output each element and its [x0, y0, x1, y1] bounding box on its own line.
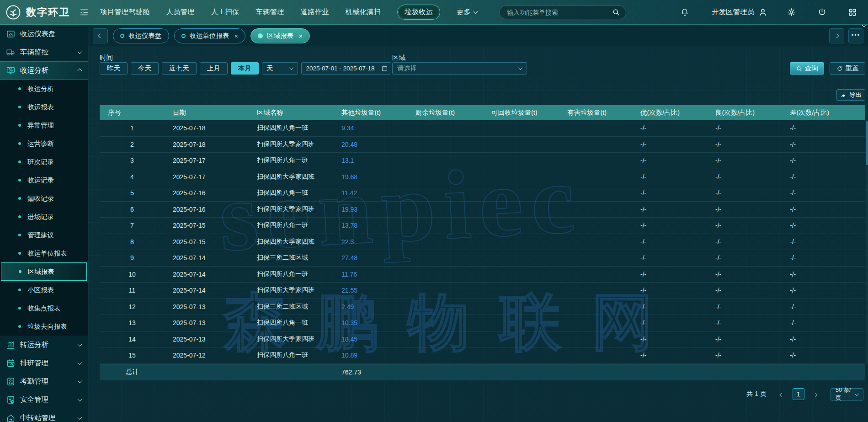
- tab-scroll-right-button[interactable]: [829, 28, 844, 43]
- power-icon[interactable]: [807, 7, 837, 17]
- tab[interactable]: 收运仪表盘: [113, 28, 169, 43]
- submenu-item[interactable]: 异常管理: [0, 116, 88, 134]
- submenu-item[interactable]: 班次记录: [0, 153, 88, 171]
- quick-range-button[interactable]: 今天: [131, 62, 159, 75]
- dashboard-icon: [6, 29, 16, 39]
- submenu-item[interactable]: 进场记录: [0, 208, 88, 226]
- topbar-right: 开发区管理员: [670, 7, 863, 17]
- bullet-dot-icon: [18, 325, 21, 328]
- cell-poor: -/-: [782, 352, 865, 359]
- query-button[interactable]: 查询: [790, 62, 824, 75]
- cell-other-waste: 19.68: [333, 173, 407, 181]
- refresh-icon: [836, 65, 843, 72]
- submenu-item[interactable]: 收运单位报表: [0, 244, 88, 262]
- granularity-select[interactable]: 天: [262, 62, 298, 75]
- nav-item[interactable]: 项目管理驾驶舱: [100, 7, 150, 17]
- sidebar-item-transfer-station[interactable]: 中转站管理: [0, 409, 88, 422]
- scrollbar-thumb[interactable]: [866, 121, 868, 165]
- sidebar-item-safety-management[interactable]: 安全管理: [0, 390, 88, 409]
- cell-date: 2025-07-16: [165, 189, 249, 197]
- sidebar-item-transfer-analysis[interactable]: 转运分析: [0, 336, 88, 354]
- tab-close-icon[interactable]: ×: [298, 32, 303, 39]
- quick-range-button[interactable]: 近七天: [162, 62, 197, 75]
- menu-fold-icon[interactable]: [79, 7, 89, 17]
- submenu-item[interactable]: 运营诊断: [0, 134, 88, 153]
- reset-button[interactable]: 重置: [830, 62, 865, 75]
- sidebar-item-dashboard[interactable]: 收运仪表盘: [0, 25, 88, 43]
- nav-item[interactable]: 更多: [457, 7, 477, 17]
- sidebar-item-shift-management[interactable]: 排班管理: [0, 354, 88, 372]
- cell-excellent: -/-: [632, 124, 707, 132]
- nav-item[interactable]: 机械化清扫: [346, 7, 381, 17]
- cell-other-waste: 21.55: [333, 287, 407, 294]
- cell-region: 扫保四所八角一班: [249, 189, 333, 197]
- export-button[interactable]: 导出: [836, 89, 865, 101]
- submenu-item[interactable]: 区域报表: [1, 262, 87, 281]
- user-menu[interactable]: 开发区管理员: [700, 7, 776, 17]
- search-icon[interactable]: [612, 8, 620, 16]
- page-size-select[interactable]: 50 条/页: [831, 388, 863, 401]
- table-header-cell: 区域名称: [249, 108, 333, 117]
- quick-range-button[interactable]: 本月: [231, 62, 259, 75]
- nav-item[interactable]: 车辆管理: [256, 7, 284, 17]
- table-scrollbar[interactable]: [866, 120, 868, 364]
- cell-good: -/-: [707, 254, 782, 262]
- cell-good: -/-: [707, 319, 782, 326]
- page-number[interactable]: 1: [793, 388, 804, 400]
- cell-other-waste: 27.48: [333, 254, 407, 262]
- quick-range-button[interactable]: 昨天: [100, 62, 128, 75]
- sidebar-item-collection-analysis[interactable]: 收运分析: [0, 61, 88, 80]
- chevron-down-icon: [78, 49, 82, 54]
- quick-range-button[interactable]: 上月: [200, 62, 228, 75]
- cell-good: -/-: [707, 336, 782, 343]
- tab[interactable]: 收运单位报表 ×: [174, 28, 246, 43]
- page-prev-icon[interactable]: [778, 388, 785, 400]
- tab-more-button[interactable]: •••: [848, 28, 863, 43]
- sidebar-item-attendance-management[interactable]: 考勤管理: [0, 372, 88, 390]
- cell-excellent: -/-: [632, 141, 707, 148]
- page-next-icon[interactable]: [812, 388, 819, 400]
- pagination: 共 1 页 1 50 条/页: [746, 388, 863, 401]
- cell-excellent: -/-: [632, 352, 707, 359]
- submenu-item[interactable]: 漏收记录: [0, 189, 88, 208]
- submenu-item[interactable]: 小区报表: [0, 281, 88, 299]
- cell-other-waste: 10.89: [333, 352, 407, 359]
- tab-close-icon[interactable]: ×: [234, 32, 239, 39]
- nav-item[interactable]: 人员管理: [166, 7, 195, 17]
- apps-grid-icon[interactable]: [837, 8, 860, 17]
- total-label: 总计: [100, 368, 165, 376]
- nav-item[interactable]: 道路作业: [301, 7, 329, 17]
- nav-item[interactable]: 人工扫保: [211, 7, 240, 17]
- submenu-item[interactable]: 收运报表: [0, 98, 88, 116]
- table-header-cell: 差(次数/占比): [782, 108, 865, 117]
- report-table: 序号日期区域名称其他垃圾量(t)厨余垃圾量(t)可回收垃圾量(t)有害垃圾量(t…: [100, 105, 865, 380]
- table-row: 10 2025-07-14 扫保四所八角一班 11.76 -/- -/- -/-: [100, 267, 865, 283]
- tab-scroll-left-button[interactable]: [93, 28, 108, 43]
- date-range-field: [301, 62, 391, 75]
- table-row: 12 2025-07-13 扫保三所二班区域 2.49 -/- -/- -/-: [100, 299, 865, 315]
- cell-index: 3: [100, 157, 165, 164]
- submenu-item[interactable]: 收运分析: [0, 80, 88, 98]
- time-label: 时间: [100, 53, 113, 62]
- nav-item[interactable]: 垃圾收运: [397, 5, 440, 20]
- bullet-dot-icon: [18, 124, 21, 127]
- tab[interactable]: 区域报表 ×: [250, 28, 310, 43]
- bullet-dot-icon: [18, 160, 21, 163]
- table-row: 13 2025-07-13 扫保四所八角一班 10.35 -/- -/- -/-: [100, 315, 865, 331]
- region-select[interactable]: 请选择: [392, 62, 527, 75]
- notification-bell-icon[interactable]: [670, 8, 700, 17]
- date-range-input[interactable]: [301, 62, 391, 75]
- submenu-item[interactable]: 管理建议: [0, 226, 88, 244]
- submenu-item[interactable]: 垃圾去向报表: [0, 317, 88, 336]
- submenu-item[interactable]: 收集点报表: [0, 299, 88, 317]
- cell-excellent: -/-: [632, 157, 707, 164]
- menu-search: [499, 5, 626, 19]
- calendar-icon[interactable]: [381, 65, 388, 72]
- sidebar-item-vehicle-monitor[interactable]: 车辆监控: [0, 43, 88, 61]
- settings-gear-icon[interactable]: [776, 7, 807, 17]
- cell-poor: -/-: [782, 336, 865, 343]
- bullet-dot-icon: [18, 234, 21, 236]
- menu-search-input[interactable]: [499, 5, 626, 19]
- submenu-item[interactable]: 收运记录: [0, 171, 88, 189]
- cell-index: 11: [100, 287, 165, 294]
